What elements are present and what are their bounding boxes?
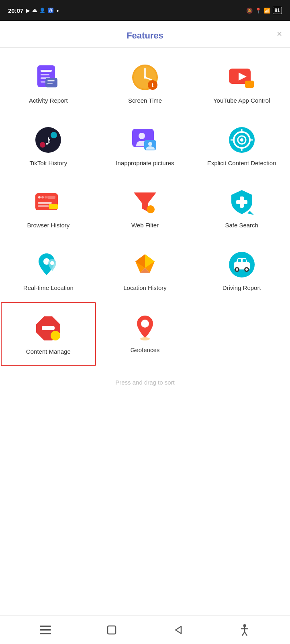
svg-rect-54	[238, 259, 241, 262]
feature-content-manage[interactable]: Content Manage	[1, 302, 96, 366]
youtube-icon	[227, 63, 256, 92]
feature-inappropriate[interactable]: Inappropriate pictures	[97, 114, 194, 177]
svg-rect-41	[49, 204, 58, 209]
webfilter-icon	[131, 188, 159, 217]
explicit-icon	[227, 126, 256, 154]
screen-time-label: Screen Time	[128, 97, 162, 105]
mute-icon: 🔕	[246, 8, 253, 14]
svg-rect-66	[40, 633, 51, 634]
svg-point-57	[236, 268, 238, 271]
explicit-label: Explicit Content Detection	[207, 159, 276, 167]
wifi-icon: 📶	[264, 8, 270, 14]
svg-point-12	[144, 76, 146, 79]
dot-status-icon: ●	[56, 8, 59, 13]
close-button[interactable]: ×	[277, 29, 282, 39]
battery-icon: 81	[273, 7, 282, 14]
feature-safesearch[interactable]: Safe Search	[193, 176, 290, 239]
driving-icon	[227, 250, 256, 279]
feature-geofences[interactable]: Geofences	[97, 301, 194, 367]
bottom-nav	[0, 615, 290, 644]
svg-line-73	[245, 632, 247, 636]
svg-point-21	[40, 142, 45, 148]
svg-rect-65	[40, 629, 51, 631]
svg-rect-64	[40, 626, 51, 627]
inappropriate-label: Inappropriate pictures	[116, 159, 174, 167]
geofences-label: Geofences	[131, 346, 160, 354]
page-title: Features	[127, 30, 163, 41]
driving-label: Driving Report	[223, 284, 261, 292]
feature-location-history[interactable]: Location History	[97, 239, 194, 302]
screen-time-icon: t	[131, 63, 159, 92]
svg-point-23	[139, 133, 145, 139]
browser-label: Browser History	[27, 221, 69, 229]
svg-rect-67	[108, 626, 116, 634]
nav-accessibility[interactable]	[235, 620, 255, 640]
svg-point-63	[140, 337, 150, 340]
figure-status-icon: ♿	[48, 8, 54, 13]
geofences-icon	[131, 312, 159, 341]
svg-rect-38	[47, 196, 55, 199]
svg-line-72	[242, 632, 245, 636]
location-status-icon: 📍	[255, 8, 261, 14]
svg-text:♪: ♪	[45, 132, 52, 148]
status-bar: 20:07 ▶ ⛰ 👤 ♿ ● 🔕 📍 📶 81	[0, 0, 290, 21]
location-history-icon	[131, 250, 159, 279]
svg-point-69	[243, 624, 246, 627]
svg-point-20	[51, 132, 57, 138]
feature-webfilter[interactable]: Web Filter	[97, 176, 194, 239]
feature-browser[interactable]: Browser History	[0, 176, 97, 239]
drag-hint: Press and drag to sort	[0, 371, 290, 391]
inappropriate-icon	[131, 126, 159, 154]
location-history-label: Location History	[123, 284, 167, 292]
svg-marker-68	[176, 626, 181, 634]
status-indicators: 🔕 📍 📶 81	[246, 7, 282, 14]
svg-rect-55	[243, 259, 246, 262]
content-manage-label: Content Manage	[26, 348, 71, 356]
svg-rect-1	[41, 70, 52, 72]
tiktok-icon: ♪	[34, 126, 63, 154]
svg-rect-5	[45, 78, 57, 87]
svg-rect-40	[38, 205, 49, 207]
svg-point-36	[41, 196, 44, 198]
youtube-status-icon: ▶	[26, 8, 30, 14]
svg-point-62	[141, 320, 149, 328]
safesearch-label: Safe Search	[225, 221, 258, 229]
svg-point-43	[147, 205, 155, 213]
svg-point-25	[148, 142, 152, 146]
status-time: 20:07 ▶ ⛰ 👤 ♿ ●	[8, 7, 59, 14]
svg-rect-45	[236, 200, 247, 204]
content-manage-icon	[34, 314, 63, 343]
features-grid: Activity Report t Screen Time	[0, 48, 290, 371]
webfilter-label: Web Filter	[131, 221, 159, 229]
feature-realtime[interactable]: Real-time Location	[0, 239, 97, 302]
activity-report-icon	[34, 63, 63, 92]
tiktok-label: TikTok History	[30, 159, 67, 167]
svg-rect-6	[47, 80, 55, 81]
svg-rect-60	[42, 326, 55, 330]
feature-youtube[interactable]: YouTube App Control	[193, 52, 290, 114]
nav-back[interactable]	[168, 620, 188, 640]
svg-rect-7	[47, 83, 53, 84]
svg-point-37	[45, 196, 47, 198]
nav-menu[interactable]	[35, 620, 55, 640]
nav-home[interactable]	[102, 620, 122, 640]
feature-tiktok[interactable]: ♪ TikTok History	[0, 114, 97, 177]
person-status-icon: 👤	[39, 8, 45, 13]
svg-rect-39	[38, 202, 52, 204]
svg-point-59	[245, 268, 248, 271]
main-content: Features × Activ	[0, 21, 290, 615]
feature-explicit[interactable]: Explicit Content Detection	[193, 114, 290, 177]
safesearch-icon	[227, 188, 256, 217]
svg-text:t: t	[152, 82, 154, 88]
realtime-icon	[34, 250, 63, 279]
svg-point-29	[240, 138, 243, 142]
activity-report-label: Activity Report	[29, 97, 68, 105]
feature-driving[interactable]: Driving Report	[193, 239, 290, 302]
time-display: 20:07	[8, 7, 23, 14]
features-header: Features ×	[0, 21, 290, 48]
feature-screen-time[interactable]: t Screen Time	[97, 52, 194, 114]
realtime-label: Real-time Location	[23, 284, 74, 292]
feature-activity-report[interactable]: Activity Report	[0, 52, 97, 114]
svg-rect-2	[41, 74, 49, 75]
svg-point-61	[51, 331, 60, 340]
